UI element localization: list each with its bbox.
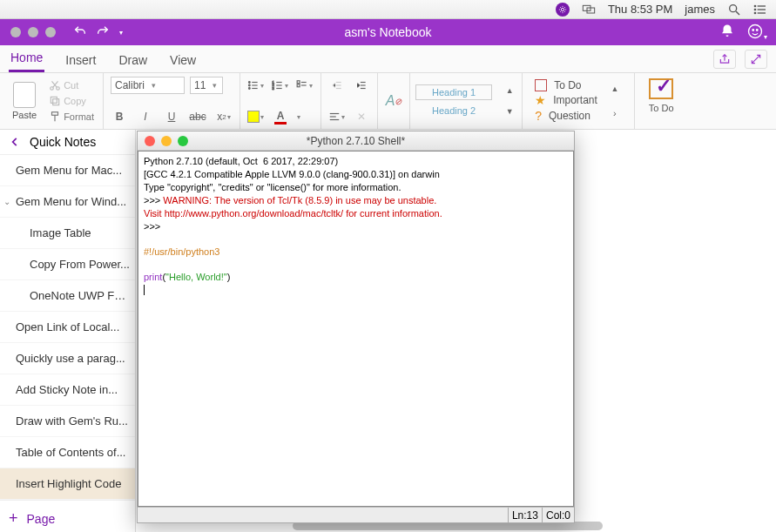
sidebar-item-label: OneNote UWP Fu... <box>30 289 130 302</box>
idle-line-indicator: Ln: 13 <box>508 508 542 522</box>
svg-rect-31 <box>298 81 300 84</box>
numbering-button[interactable]: 123▾ <box>272 77 289 94</box>
highlight-button[interactable]: ▾ <box>247 108 265 125</box>
sidebar-item[interactable]: Insert Highlight Code <box>0 468 135 500</box>
section-title: Quick Notes <box>30 135 96 149</box>
sidebar-item[interactable]: Copy From Power... <box>0 249 135 280</box>
account-icon[interactable]: ▾ <box>747 24 767 42</box>
sidebar-header[interactable]: Quick Notes <box>0 130 135 155</box>
idle-shell-body[interactable]: Python 2.7.10 (default, Oct 6 2017, 22:2… <box>138 151 574 507</box>
svg-point-0 <box>561 8 563 10</box>
svg-text:3: 3 <box>273 86 275 91</box>
tags-scroll-up[interactable]: ▲ <box>606 80 624 98</box>
bold-button[interactable]: B <box>111 108 128 125</box>
window-controls <box>0 27 56 37</box>
sidebar-item-label: Draw with Gem's Ru... <box>16 414 128 428</box>
zoom-window-button[interactable] <box>45 27 56 37</box>
bullets-button[interactable]: ▾ <box>247 77 265 94</box>
strikethrough-button[interactable]: abc <box>189 108 206 125</box>
tag-question[interactable]: ?Question <box>535 109 597 123</box>
svg-rect-17 <box>51 97 57 103</box>
notifications-icon[interactable] <box>719 24 735 42</box>
italic-button[interactable]: I <box>137 108 154 125</box>
styles-clear-button[interactable]: A⊘ <box>385 92 402 110</box>
sidebar-item[interactable]: OneNote UWP Fu... <box>0 280 135 312</box>
idle-window-title: *Python 2.7.10 Shell* <box>307 135 405 147</box>
sidebar-item[interactable]: ⌄Gem Menu for Wind... <box>0 186 135 218</box>
outdent-button[interactable] <box>328 77 346 94</box>
tag-important[interactable]: ★Important <box>535 93 597 107</box>
sidebar-item[interactable]: Add Sticky Note in... <box>0 374 135 406</box>
spotlight-icon[interactable] <box>727 3 741 17</box>
sidebar-item[interactable]: Gem Menu for Mac... <box>0 155 135 186</box>
menubar-time[interactable]: Thu 8:53 PM <box>608 3 672 16</box>
todo-button[interactable]: To Do <box>642 77 681 115</box>
sidebar-item[interactable]: Quickly use a parag... <box>0 343 135 374</box>
macos-menubar: Thu 8:53 PM james <box>0 0 776 19</box>
sidebar-item[interactable]: Image Table <box>0 218 135 249</box>
svg-point-9 <box>754 9 755 10</box>
minimize-window-button[interactable] <box>28 27 38 37</box>
tag-todo[interactable]: To Do <box>535 79 597 91</box>
svg-point-13 <box>757 29 759 30</box>
onenote-menubar-icon[interactable] <box>556 3 570 17</box>
plus-icon: + <box>9 509 18 528</box>
paste-label: Paste <box>12 110 37 120</box>
tab-view[interactable]: View <box>168 48 198 72</box>
undo-history-dropdown[interactable]: ▾ <box>119 29 123 37</box>
sidebar-item[interactable]: Draw with Gem's Ru... <box>0 406 135 437</box>
style-heading1[interactable]: Heading 1 <box>415 84 492 100</box>
copy-button[interactable]: Copy <box>47 94 96 108</box>
idle-close-button[interactable] <box>145 136 155 146</box>
sidebar-item-label: Open Link of Local... <box>16 320 119 333</box>
menu-list-icon[interactable] <box>753 3 767 17</box>
underline-button[interactable]: U <box>163 108 180 125</box>
close-window-button[interactable] <box>10 27 21 37</box>
idle-zoom-button[interactable] <box>178 136 188 146</box>
sidebar-item-label: Insert Highlight Code <box>16 477 121 490</box>
styles-scroll-down[interactable]: ▼ <box>501 103 518 120</box>
idle-col-indicator: Col: 0 <box>542 508 574 522</box>
clear-formatting-button[interactable]: ✕ <box>353 108 370 125</box>
svg-rect-16 <box>53 99 59 105</box>
cut-button[interactable]: Cut <box>47 78 96 92</box>
svg-point-21 <box>249 84 251 86</box>
sidebar-item-label: Gem Menu for Mac... <box>16 164 122 177</box>
tab-draw[interactable]: Draw <box>117 48 149 72</box>
checklist-button[interactable]: ▾ <box>296 77 314 94</box>
tab-insert[interactable]: Insert <box>64 48 98 72</box>
format-painter-button[interactable]: Format <box>47 110 96 124</box>
font-color-button[interactable]: A <box>272 108 289 125</box>
undo-button[interactable] <box>73 24 87 41</box>
font-name-select[interactable]: Calibri▾ <box>111 77 185 94</box>
menubar-user[interactable]: james <box>685 3 715 16</box>
checkbox-icon <box>535 79 547 91</box>
redo-button[interactable] <box>96 24 110 41</box>
subscript-button[interactable]: x2▾ <box>215 108 233 125</box>
back-icon <box>9 136 21 148</box>
idle-titlebar[interactable]: *Python 2.7.10 Shell* <box>138 131 574 151</box>
fullscreen-button[interactable] <box>745 50 767 69</box>
sidebar-item[interactable]: Open Link of Local... <box>0 312 135 343</box>
styles-gallery[interactable]: Heading 1 Heading 2 <box>410 83 497 120</box>
tags-more[interactable]: › <box>606 104 624 122</box>
align-button[interactable]: ▾ <box>328 108 346 125</box>
sidebar-item-label: Table of Contents of... <box>16 446 125 459</box>
chevron-icon: ⌄ <box>3 197 12 206</box>
sidebar-item-label: Quickly use a parag... <box>16 352 125 365</box>
tags-gallery[interactable]: To Do ★Important ?Question <box>530 77 603 125</box>
paste-button[interactable]: Paste <box>7 80 42 122</box>
style-heading2[interactable]: Heading 2 <box>415 103 492 118</box>
styles-scroll-up[interactable]: ▲ <box>501 82 518 99</box>
displays-icon[interactable] <box>582 3 596 17</box>
svg-point-11 <box>749 24 762 37</box>
tab-home[interactable]: Home <box>9 45 44 72</box>
idle-minimize-button[interactable] <box>161 136 172 146</box>
indent-button[interactable] <box>353 77 370 94</box>
share-button[interactable] <box>713 50 736 69</box>
notebook-title: asm's Notebook <box>345 25 432 39</box>
font-size-select[interactable]: 11▾ <box>190 77 223 94</box>
add-page-button[interactable]: + Page <box>0 500 135 532</box>
sidebar-item[interactable]: Table of Contents of... <box>0 437 135 468</box>
star-icon: ★ <box>535 93 546 107</box>
